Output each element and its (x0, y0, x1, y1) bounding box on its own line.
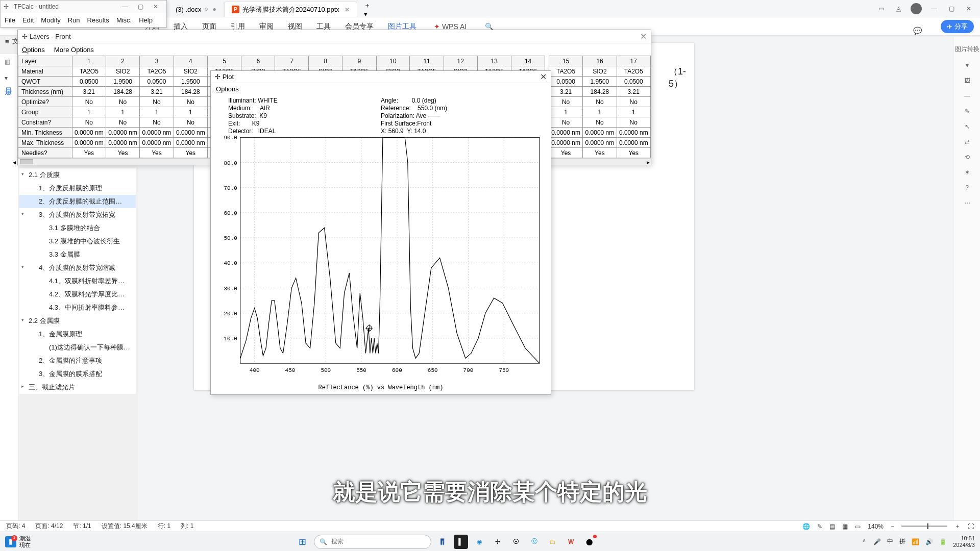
taskbar-app-terminal[interactable]: ▌ (454, 535, 468, 549)
settings-icon[interactable]: ✶ (965, 169, 970, 176)
menu-options[interactable]: Options (22, 46, 45, 54)
select-icon[interactable]: ↖ (965, 123, 970, 130)
maximize-icon[interactable]: ▢ (133, 3, 148, 10)
outline-header[interactable]: 目录 (4, 82, 13, 84)
zoom-value[interactable]: 140% (868, 523, 884, 530)
outline-item[interactable]: ▾2.1 介质膜 (19, 168, 136, 182)
minus-icon[interactable]: — (964, 92, 970, 99)
close-icon[interactable]: ✕ (148, 3, 163, 10)
menu-icon[interactable]: ≡ (5, 38, 9, 45)
help-icon[interactable]: ? (965, 184, 969, 191)
outline-item[interactable]: 3.1 多膜堆的结合 (19, 221, 136, 235)
taskbar-app-obs[interactable]: ⬤ (582, 535, 597, 549)
taskbar-weather[interactable]: ▮1 潮湿现在 (0, 535, 36, 547)
tfcalc-titlebar[interactable]: ✢ TFCalc - untitled — ▢ ✕ (1, 1, 166, 13)
plot-canvas[interactable]: 10.020.030.040.050.060.070.080.090.04004… (220, 132, 545, 379)
taskbar-app-dots[interactable]: ⦿ (509, 535, 523, 549)
outline-item[interactable]: ▸三、截止滤光片 (19, 381, 136, 394)
scroll-right-icon[interactable]: ▸ (647, 159, 650, 166)
scroll-left-icon[interactable]: ◂ (13, 159, 16, 166)
menu-file[interactable]: File (5, 16, 15, 24)
plot-menu-options[interactable]: Options (211, 83, 551, 95)
menu-modify[interactable]: Modify (41, 16, 60, 24)
outline-item[interactable]: 4.1、双膜料折射率差异… (19, 274, 136, 288)
multi-window-icon[interactable]: ▭ (876, 4, 886, 14)
image-icon[interactable]: 🖼 (964, 77, 970, 84)
outline-item[interactable]: 4.2、双膜料光学厚度比… (19, 288, 136, 301)
more-icon[interactable]: ⋯ (5, 91, 14, 100)
page-view-icon[interactable]: ▤ (829, 523, 835, 530)
page-icon[interactable]: ▥ (5, 58, 14, 67)
ime-lang[interactable]: 中 (887, 537, 893, 546)
fullscreen-icon[interactable]: ⛶ (968, 523, 974, 530)
close-icon[interactable]: ✕ (640, 32, 647, 41)
new-tab-button[interactable]: ＋ ▾ (357, 2, 378, 17)
minimize-icon[interactable]: — (117, 3, 133, 10)
status-setval[interactable]: 设置值: 15.4厘米 (102, 522, 148, 531)
taskbar-app-edge[interactable]: ◉ (472, 535, 486, 549)
zoom-out-icon[interactable]: − (891, 523, 894, 530)
outline-item[interactable]: 1、介质反射膜的原理 (19, 182, 136, 195)
more-icon[interactable]: ⋯ (964, 199, 970, 207)
layout-icon[interactable]: ▦ (842, 523, 848, 530)
close-icon[interactable]: ✕ (345, 6, 350, 13)
avatar[interactable] (911, 3, 922, 14)
status-row[interactable]: 行: 1 (158, 522, 170, 531)
outline-item[interactable]: 2、金属膜的注意事项 (19, 354, 136, 367)
status-page-num[interactable]: 页码: 4 (6, 522, 25, 531)
close-icon[interactable]: ✕ (964, 4, 974, 14)
share-button[interactable]: ✈ 分享 (941, 20, 974, 33)
close-icon[interactable]: ● (213, 6, 216, 13)
cube-icon[interactable]: ◬ (893, 4, 903, 14)
wps-tab-docx[interactable]: (3) .docx ● (168, 2, 224, 17)
menu-more-options[interactable]: More Options (54, 46, 94, 54)
tray-battery-icon[interactable]: 🔋 (939, 538, 947, 545)
zoom-in-icon[interactable]: ＋ (954, 522, 961, 531)
globe-icon[interactable]: 🌐 (802, 523, 810, 530)
plot-titlebar[interactable]: ✢ Plot ✕ (211, 71, 551, 83)
read-icon[interactable]: ▭ (855, 523, 861, 530)
transform-icon[interactable]: ⟲ (965, 154, 970, 161)
outline-item[interactable]: 1、金属膜原理 (19, 328, 136, 341)
menu-edit[interactable]: Edit (22, 16, 34, 24)
outline-item[interactable]: ▾4、介质膜的反射带宽缩减 (19, 261, 136, 274)
status-page-of[interactable]: 页面: 4/12 (35, 522, 63, 531)
pic-convert-button[interactable]: 图片转换 (955, 45, 979, 54)
ime-mode[interactable]: 拼 (899, 537, 905, 546)
outline-item[interactable]: 3.3 金属膜 (19, 248, 136, 261)
layers-titlebar[interactable]: ✢ Layers - Front ✕ (18, 30, 651, 43)
menu-help[interactable]: Help (139, 16, 153, 24)
outline-item[interactable]: ▾3、介质膜的反射带宽拓宽 (19, 208, 136, 221)
outline-item[interactable]: ▾2.2 金属膜 (19, 314, 136, 328)
swap-icon[interactable]: ⇄ (965, 138, 970, 145)
taskbar-app-overalls[interactable]: 👖 (435, 535, 450, 549)
outline-item[interactable]: 2、介质反射膜的截止范围… (19, 195, 136, 208)
menu-run[interactable]: Run (68, 16, 80, 24)
outline-item[interactable]: 3.2 膜堆的中心波长衍生 (19, 235, 136, 248)
taskbar-app-browser2[interactable]: ⓔ (527, 535, 542, 549)
taskbar-app-wps[interactable]: W (564, 535, 578, 549)
close-icon[interactable]: ✕ (540, 72, 547, 82)
pen-icon[interactable]: ✎ (817, 523, 822, 530)
tray-mic-icon[interactable]: 🎤 (873, 538, 881, 545)
status-section[interactable]: 节: 1/1 (73, 522, 91, 531)
zoom-slider[interactable] (901, 525, 947, 527)
outline-item[interactable]: 4.3、中间折射率膜料参… (19, 301, 136, 314)
taskbar-clock[interactable]: 10:512024/8/3 (953, 535, 975, 548)
tray-chevron-icon[interactable]: ＾ (861, 537, 867, 546)
message-icon[interactable]: 💬 (906, 22, 929, 39)
menu-results[interactable]: Results (87, 16, 109, 24)
menu-misc.[interactable]: Misc. (116, 16, 132, 24)
status-col[interactable]: 列: 1 (181, 522, 193, 531)
start-button[interactable]: ⊞ (296, 535, 310, 549)
edit-icon[interactable]: ✎ (965, 108, 970, 115)
taskbar-app-explorer[interactable]: 🗀 (546, 535, 560, 549)
maximize-icon[interactable]: ▢ (946, 4, 957, 14)
outline-item[interactable]: 3、金属膜的膜系搭配 (19, 367, 136, 381)
taskbar-app-tfcalc[interactable]: ✢ (491, 535, 505, 549)
tray-wifi-icon[interactable]: 📶 (912, 538, 919, 545)
taskbar-search[interactable]: 🔍 搜索 (314, 535, 431, 549)
outline-item[interactable]: (1)这边得确认一下每种膜… (19, 341, 136, 354)
tray-volume-icon[interactable]: 🔊 (925, 538, 933, 545)
wps-tab-pptx[interactable]: P 光学薄膜技术简介20240710.pptx ✕ (224, 2, 357, 17)
